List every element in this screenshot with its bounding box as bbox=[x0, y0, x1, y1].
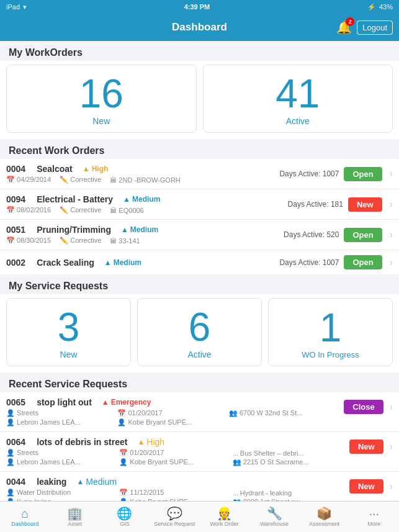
wo-priority: Medium bbox=[132, 195, 160, 204]
priority-icon: ▲ bbox=[102, 398, 109, 407]
bluetooth-icon: ⚡ bbox=[367, 3, 376, 11]
chevron-right-icon: › bbox=[390, 229, 393, 240]
sr-new-card[interactable]: 3 New bbox=[6, 298, 131, 366]
sr-active-count: 6 bbox=[189, 307, 211, 347]
wo-item-right: Days Active: 1007 Open › bbox=[279, 255, 393, 269]
sr-date: 📅 11/12/2015 bbox=[119, 489, 231, 497]
wifi-icon: ▾ bbox=[23, 3, 27, 11]
wo-type: ✏️ Corrective bbox=[60, 176, 101, 184]
tab-asset[interactable]: 🏢 Asset bbox=[50, 502, 99, 532]
table-row[interactable]: 0002 Crack Sealing ▲ Medium Days Active:… bbox=[0, 250, 399, 274]
workorders-active-label: Active bbox=[286, 116, 310, 126]
sr-title: lots of debris in street bbox=[37, 437, 127, 447]
sr-id: 0064 bbox=[6, 437, 25, 447]
table-row[interactable]: 0004 Sealcoat ▲ High 📅 04/29/2014 ✏️ Cor… bbox=[0, 159, 399, 189]
sr-woinprogress-card[interactable]: 1 WO In Progress bbox=[268, 298, 393, 366]
sr-location: 👥 2215 O St Sacrame... bbox=[233, 458, 344, 466]
wo-item-left: 0094 Electrical - Battery ▲ Medium 📅 08/… bbox=[6, 194, 288, 214]
sr-woinprogress-label: WO In Progress bbox=[302, 350, 359, 359]
battery-label: 43% bbox=[379, 3, 393, 11]
tab-assessment[interactable]: 📦 Assessment bbox=[299, 502, 349, 532]
tab-gis[interactable]: 🌐 GIS bbox=[100, 502, 150, 532]
wo-days-active: Days Active: 520 bbox=[284, 230, 339, 239]
wo-status-button[interactable]: Open bbox=[344, 228, 382, 242]
wo-status-button[interactable]: New bbox=[348, 197, 382, 212]
table-row[interactable]: 0051 Pruning/Trimming ▲ Medium 📅 08/30/2… bbox=[0, 220, 399, 250]
recent-service-requests-header: Recent Service Requests bbox=[0, 372, 399, 392]
tab-warehouse-label: Warehouse bbox=[260, 521, 289, 527]
priority-icon: ▲ bbox=[83, 165, 90, 173]
chevron-right-icon: › bbox=[390, 481, 393, 492]
sr-woinprogress-count: 1 bbox=[320, 308, 342, 348]
sr-item-left: 0064 lots of debris in street ▲ High 👤 S… bbox=[6, 437, 344, 466]
wo-item-left: 0051 Pruning/Trimming ▲ Medium 📅 08/30/2… bbox=[6, 225, 284, 245]
workorders-active-card[interactable]: 41 Active bbox=[203, 65, 393, 133]
tab-gis-label: GIS bbox=[120, 521, 130, 527]
priority-icon: ▲ bbox=[123, 195, 130, 204]
wo-item-right: Days Active: 520 Open › bbox=[284, 228, 393, 242]
sr-category: 👤 Streets bbox=[6, 409, 116, 417]
status-bar-right: ⚡ 43% bbox=[367, 3, 393, 11]
sr-extra: ... Bus Shelter – debri... bbox=[233, 449, 344, 457]
status-bar-time: 4:39 PM bbox=[184, 3, 210, 11]
wo-date: 📅 08/30/2015 bbox=[6, 237, 51, 245]
recent-service-requests-list: 0065 stop light out ▲ Emergency 👤 Street… bbox=[0, 392, 399, 501]
wo-status-button[interactable]: Open bbox=[344, 255, 382, 269]
sr-supervisor: 👤 Kobe Bryant SUPE... bbox=[119, 458, 231, 466]
wo-date: 📅 04/29/2014 bbox=[6, 176, 51, 184]
tab-warehouse[interactable]: 🔧 Warehouse bbox=[249, 502, 299, 532]
my-workorders-section: My WorkOrders 16 New 41 Active bbox=[0, 41, 399, 139]
wo-item-left: 0002 Crack Sealing ▲ Medium bbox=[6, 258, 279, 268]
wo-priority: Medium bbox=[130, 225, 158, 234]
carrier-label: iPad bbox=[6, 3, 20, 11]
wo-id: 0004 bbox=[6, 164, 25, 174]
wo-status-button[interactable]: Open bbox=[344, 167, 382, 181]
wo-priority: High bbox=[92, 165, 109, 173]
tab-work-order-label: Work Order bbox=[210, 521, 239, 527]
nav-bar-right: 🔔 2 Logout bbox=[343, 20, 393, 35]
tab-dashboard-label: Dashboard bbox=[11, 521, 38, 527]
sr-date: 📅 01/20/2017 bbox=[119, 449, 231, 457]
chevron-right-icon: › bbox=[390, 257, 393, 268]
status-bar: iPad ▾ 4:39 PM ⚡ 43% bbox=[0, 0, 399, 14]
assessment-icon: 📦 bbox=[316, 507, 332, 520]
sr-status-button[interactable]: New bbox=[349, 440, 383, 454]
tab-more[interactable]: ··· More bbox=[349, 502, 399, 532]
gis-icon: 🌐 bbox=[117, 507, 132, 520]
table-row[interactable]: 0094 Electrical - Battery ▲ Medium 📅 08/… bbox=[0, 189, 399, 220]
sr-title: stop light out bbox=[37, 397, 92, 407]
workorders-new-card[interactable]: 16 New bbox=[6, 65, 197, 133]
sr-category: 👤 Streets bbox=[6, 449, 118, 457]
wo-type: ✏️ Corrective bbox=[60, 206, 101, 214]
workorders-new-label: New bbox=[92, 116, 110, 126]
sr-status-button[interactable]: New bbox=[349, 479, 383, 494]
sr-new-label: New bbox=[60, 349, 77, 359]
sr-active-card[interactable]: 6 Active bbox=[137, 298, 262, 366]
wo-title: Crack Sealing bbox=[37, 258, 94, 268]
priority-icon: ▲ bbox=[137, 438, 145, 446]
my-workorders-header: My WorkOrders bbox=[0, 41, 399, 61]
list-item[interactable]: 0064 lots of debris in street ▲ High 👤 S… bbox=[0, 432, 399, 472]
main-content: My WorkOrders 16 New 41 Active Recent Wo… bbox=[0, 41, 399, 501]
wo-location: 🏛 33-141 bbox=[110, 237, 140, 245]
status-bar-left: iPad ▾ bbox=[6, 3, 27, 11]
warehouse-icon: 🔧 bbox=[267, 507, 282, 520]
logout-button[interactable]: Logout bbox=[357, 20, 393, 35]
sr-priority: Emergency bbox=[111, 398, 151, 407]
tab-service-request[interactable]: 💬 Service Request bbox=[150, 502, 199, 532]
tab-dashboard[interactable]: ⌂ Dashboard bbox=[0, 502, 50, 532]
bell-wrapper[interactable]: 🔔 2 bbox=[336, 20, 352, 35]
workorders-stats-row: 16 New 41 Active bbox=[0, 61, 399, 139]
tab-work-order[interactable]: 👷 Work Order bbox=[200, 502, 249, 532]
asset-icon: 🏢 bbox=[67, 507, 83, 520]
sr-id: 0044 bbox=[6, 477, 25, 487]
wo-priority: Medium bbox=[114, 258, 141, 267]
list-item[interactable]: 0065 stop light out ▲ Emergency 👤 Street… bbox=[0, 392, 399, 432]
sr-status-button[interactable]: Close bbox=[344, 400, 383, 414]
sr-item-right: New › bbox=[349, 440, 393, 454]
list-item[interactable]: 0044 leaking ▲ Medium 👤 Water Distributi… bbox=[0, 472, 399, 501]
tab-service-request-label: Service Request bbox=[154, 521, 195, 527]
wo-type: ✏️ Corrective bbox=[60, 237, 101, 245]
priority-icon: ▲ bbox=[76, 477, 84, 486]
workorders-new-count: 16 bbox=[79, 74, 123, 114]
